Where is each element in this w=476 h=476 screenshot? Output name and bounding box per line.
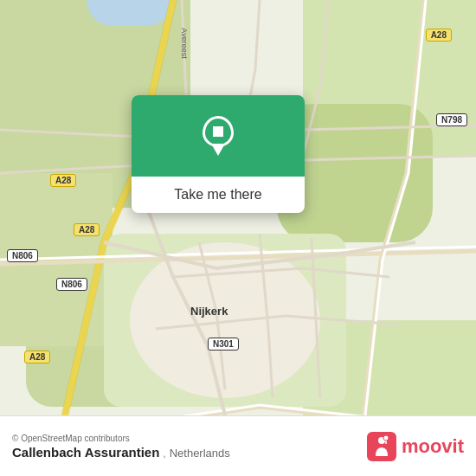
road-badge-n301: N301 — [208, 335, 239, 351]
pin-dot — [213, 126, 223, 137]
osm-credit: © OpenStreetMap contributors — [12, 434, 230, 443]
map-container: A28 A28 A28 A28 N798 N806 N806 N301 Aver… — [0, 0, 476, 476]
tooltip-header — [132, 95, 305, 177]
moovit-logo: moovit — [367, 432, 464, 461]
moovit-icon — [367, 432, 396, 461]
tooltip-card: Take me there — [132, 95, 305, 213]
moovit-text: moovit — [402, 435, 464, 458]
location-separator: , — [163, 447, 165, 460]
road-badge-a28-1: A28 — [426, 26, 452, 42]
road-badge-n806: N806 — [7, 247, 38, 262]
road-badge-a28-3: A28 — [74, 221, 100, 236]
road-badge-n798: N798 — [436, 111, 467, 126]
city-label: Nijkerk — [190, 305, 228, 318]
road-network — [0, 0, 476, 476]
location-country: Netherlands — [170, 447, 230, 460]
road-label-avereest: Avereest — [180, 28, 189, 58]
location-name: Callenbach Assurantien — [12, 445, 159, 460]
pin-tail — [211, 144, 225, 156]
svg-rect-0 — [367, 432, 396, 461]
location-pin-icon — [203, 116, 234, 147]
bottom-left-info: © OpenStreetMap contributors Callenbach … — [12, 434, 230, 460]
road-badge-a28-2: A28 — [50, 171, 76, 187]
take-me-there-button[interactable]: Take me there — [174, 187, 261, 203]
road-badge-a28-4: A28 — [24, 348, 50, 363]
bottom-bar: © OpenStreetMap contributors Callenbach … — [0, 415, 476, 476]
tooltip-button-area[interactable]: Take me there — [132, 177, 305, 213]
road-badge-n806-2: N806 — [56, 275, 87, 291]
svg-point-2 — [383, 435, 389, 441]
